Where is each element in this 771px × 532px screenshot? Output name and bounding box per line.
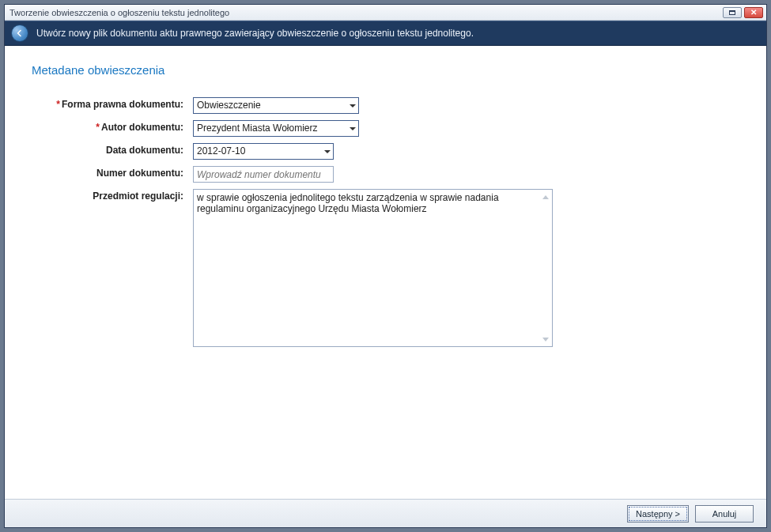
label-numer-text: Numer dokumentu: bbox=[96, 168, 183, 179]
select-autor[interactable]: Prezydent Miasta Wołomierz bbox=[193, 120, 359, 137]
select-forma-value: Obwieszczenie bbox=[197, 100, 261, 111]
scroll-down-icon[interactable] bbox=[540, 334, 551, 345]
content-area: Metadane obwieszczenia *Forma prawna dok… bbox=[5, 46, 766, 499]
required-marker: * bbox=[56, 99, 60, 110]
label-data: Data dokumentu: bbox=[41, 143, 183, 156]
back-button[interactable] bbox=[11, 25, 28, 42]
form: *Forma prawna dokumentu: Obwieszczenie *… bbox=[41, 97, 739, 347]
label-forma: *Forma prawna dokumentu: bbox=[41, 97, 183, 110]
label-autor: *Autor dokumentu: bbox=[41, 120, 183, 133]
back-arrow-icon bbox=[15, 28, 25, 38]
close-button[interactable]: ✕ bbox=[744, 7, 763, 18]
label-numer: Numer dokumentu: bbox=[41, 166, 183, 179]
banner-text: Utwórz nowy plik dokumentu aktu prawnego… bbox=[36, 28, 474, 39]
titlebar: Tworzenie obwieszczenia o ogłoszeniu tek… bbox=[5, 5, 766, 21]
select-autor-value: Prezydent Miasta Wołomierz bbox=[197, 123, 318, 134]
label-data-text: Data dokumentu: bbox=[106, 145, 183, 156]
label-przedmiot-text: Przedmiot regulacji: bbox=[93, 191, 183, 202]
next-button[interactable]: Następny > bbox=[627, 505, 689, 523]
window-title: Tworzenie obwieszczenia o ogłoszeniu tek… bbox=[8, 8, 229, 17]
date-picker-value: 2012-07-10 bbox=[197, 145, 245, 157]
close-icon: ✕ bbox=[750, 8, 757, 17]
chevron-down-icon bbox=[321, 144, 333, 159]
scrollbar[interactable] bbox=[539, 190, 552, 346]
section-header: Metadane obwieszczenia bbox=[32, 63, 739, 77]
chevron-down-icon bbox=[346, 98, 358, 113]
select-forma[interactable]: Obwieszczenie bbox=[193, 97, 359, 114]
dialog-window: Tworzenie obwieszczenia o ogłoszeniu tek… bbox=[4, 4, 767, 528]
maximize-icon bbox=[729, 10, 735, 15]
label-forma-text: Forma prawna dokumentu: bbox=[62, 99, 183, 110]
textarea-przedmiot[interactable] bbox=[194, 190, 539, 346]
required-marker: * bbox=[96, 122, 100, 133]
label-przedmiot: Przedmiot regulacji: bbox=[41, 189, 183, 202]
wizard-banner: Utwórz nowy plik dokumentu aktu prawnego… bbox=[5, 21, 766, 46]
titlebar-buttons: ✕ bbox=[723, 7, 763, 18]
label-autor-text: Autor dokumentu: bbox=[101, 122, 183, 133]
input-numer[interactable] bbox=[193, 166, 334, 183]
textarea-przedmiot-wrap bbox=[193, 189, 553, 347]
date-picker[interactable]: 2012-07-10 bbox=[193, 143, 334, 160]
footer: Następny > Anuluj bbox=[5, 499, 766, 527]
maximize-button[interactable] bbox=[723, 7, 742, 18]
scroll-up-icon[interactable] bbox=[540, 191, 551, 202]
chevron-down-icon bbox=[346, 121, 358, 136]
cancel-button[interactable]: Anuluj bbox=[695, 505, 754, 523]
